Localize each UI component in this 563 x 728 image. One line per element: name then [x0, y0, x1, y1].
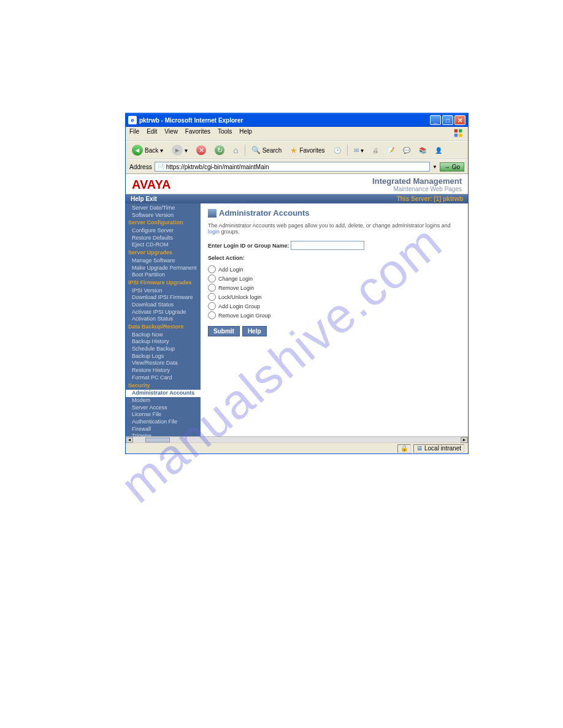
minimize-button[interactable]: _: [430, 115, 441, 125]
sidebar-item[interactable]: Download Status: [126, 301, 201, 309]
messenger-icon: 👤: [435, 147, 442, 154]
menu-help[interactable]: Help: [239, 128, 252, 139]
sidebar-item[interactable]: Modem: [126, 397, 201, 404]
action-radio-row: Lock/Unlock login: [208, 292, 461, 301]
svg-rect-1: [459, 129, 462, 132]
menu-edit[interactable]: Edit: [147, 128, 157, 139]
submit-button[interactable]: Submit: [208, 326, 240, 336]
address-dropdown[interactable]: ▼: [432, 164, 437, 170]
main-panel: Administrator Accounts The Administrator…: [201, 203, 468, 436]
sidebar-item[interactable]: Restore Defaults: [126, 235, 201, 242]
sidebar-scrollbar: ◄ ►: [126, 436, 468, 442]
home-button[interactable]: ⌂: [231, 144, 240, 156]
address-url: https://pktrwb/cgi-bin/maint/maintMain: [166, 164, 269, 170]
sidebar-item[interactable]: Eject CD-ROM: [126, 241, 201, 249]
close-button[interactable]: ✕: [454, 115, 465, 125]
statusbar: 🔒 🖥Local intranet: [126, 442, 468, 453]
sidebar-section[interactable]: Server Upgrades: [126, 249, 201, 257]
maximize-button[interactable]: □: [442, 115, 453, 125]
mail-icon: ✉: [354, 147, 359, 154]
sidebar-item[interactable]: IPSI Version: [126, 287, 201, 295]
discuss-button[interactable]: 💬: [400, 146, 413, 155]
header-subtitle: Maintenance Web Pages: [372, 186, 462, 192]
favorites-button[interactable]: ★Favorites: [288, 145, 327, 156]
action-radio[interactable]: [208, 302, 216, 310]
login-id-input[interactable]: [291, 241, 364, 250]
messenger-button[interactable]: 👤: [432, 146, 445, 155]
print-button[interactable]: 🖨: [370, 146, 381, 155]
sidebar-item[interactable]: License File: [126, 411, 201, 419]
action-radio[interactable]: [208, 293, 216, 301]
sidebar-item[interactable]: Firewall: [126, 426, 201, 433]
sidebar-section[interactable]: IPSI Firmware Upgrades: [126, 279, 201, 287]
sidebar-item[interactable]: Backup Logs: [126, 353, 201, 360]
action-radio[interactable]: [208, 265, 216, 273]
search-button[interactable]: 🔍Search: [249, 145, 285, 156]
sidebar-item[interactable]: Manage Software: [126, 257, 201, 265]
sidebar-item[interactable]: Restore History: [126, 367, 201, 374]
scroll-right-button[interactable]: ►: [461, 437, 468, 443]
sidebar-section[interactable]: Server Configuration: [126, 219, 201, 227]
star-icon: ★: [290, 146, 297, 155]
home-icon: ⌂: [233, 145, 238, 155]
login-id-label: Enter Login ID or Group Name:: [208, 243, 289, 249]
scroll-left-button[interactable]: ◄: [126, 437, 133, 443]
sidebar-item[interactable]: Activate IPSI Upgrade: [126, 309, 201, 316]
sidebar-item[interactable]: Backup History: [126, 338, 201, 346]
sidebar-item[interactable]: Tripwire: [126, 433, 201, 436]
login-link[interactable]: login: [208, 229, 220, 235]
sidebar-section[interactable]: Data Backup/Restore: [126, 323, 201, 332]
header-right: Integrated Management Maintenance Web Pa…: [372, 176, 462, 192]
svg-rect-2: [454, 134, 458, 137]
action-radio-row: Add Login Group: [208, 301, 461, 311]
sidebar-item[interactable]: Server Date/Time: [126, 205, 201, 212]
login-id-field-row: Enter Login ID or Group Name:: [208, 241, 461, 250]
addressbar: Address 📄 https://pktrwb/cgi-bin/maint/m…: [126, 159, 468, 174]
avaya-logo: AVAYA: [132, 178, 170, 192]
scroll-thumb[interactable]: [145, 438, 170, 442]
sidebar-item[interactable]: Authentication File: [126, 419, 201, 426]
research-button[interactable]: 📚: [416, 146, 429, 155]
sidebar-item[interactable]: View/Restore Data: [126, 360, 201, 367]
forward-button[interactable]: ► ▾: [169, 143, 190, 157]
sidebar-item[interactable]: Administrator Accounts: [126, 390, 201, 397]
sidebar-item[interactable]: Server Access: [126, 404, 201, 412]
refresh-button[interactable]: ↻: [212, 144, 227, 156]
sidebar-item[interactable]: Backup Now: [126, 332, 201, 339]
action-radio-row: Remove Login: [208, 283, 461, 292]
edit-button[interactable]: 📝: [385, 146, 397, 155]
action-radio-label: Lock/Unlock login: [218, 294, 262, 300]
separator: [245, 145, 245, 156]
sidebar-item[interactable]: Format PC Card: [126, 374, 201, 382]
help-button[interactable]: Help: [242, 326, 267, 336]
page-header: AVAYA Integrated Management Maintenance …: [126, 174, 468, 194]
action-radio[interactable]: [208, 275, 216, 282]
menu-file[interactable]: File: [129, 128, 139, 139]
sidebar-item[interactable]: Download IPSI Firmware: [126, 294, 201, 301]
menu-favorites[interactable]: Favorites: [185, 128, 210, 139]
sidebar-item[interactable]: Make Upgrade Permanent: [126, 265, 201, 272]
back-icon: ◄: [132, 145, 143, 156]
sidebar-item[interactable]: Activation Status: [126, 316, 201, 323]
action-radio[interactable]: [208, 284, 216, 292]
sidebar-item[interactable]: Schedule Backup: [126, 346, 201, 353]
stop-button[interactable]: ✕: [194, 144, 209, 156]
help-exit-link[interactable]: Help Exit: [131, 195, 157, 202]
mail-button[interactable]: ✉▾: [351, 146, 366, 155]
action-radio[interactable]: [208, 311, 216, 319]
window-controls: _ □ ✕: [430, 115, 465, 125]
address-input[interactable]: 📄 https://pktrwb/cgi-bin/maint/maintMain: [155, 162, 430, 172]
lock-icon: 🔒: [400, 445, 408, 452]
action-radio-row: Remove Login Group: [208, 311, 461, 320]
history-button[interactable]: 🕑: [331, 146, 343, 155]
sidebar-section[interactable]: Security: [126, 382, 201, 390]
panel-title: Administrator Accounts: [208, 208, 461, 218]
go-button[interactable]: → Go: [440, 162, 464, 172]
titlebar-text: pktrwb - Microsoft Internet Explorer: [139, 117, 430, 124]
sidebar-item[interactable]: Software Version: [126, 212, 201, 219]
back-button[interactable]: ◄Back ▾: [129, 143, 166, 157]
sidebar-item[interactable]: Boot Partition: [126, 271, 201, 279]
menu-tools[interactable]: Tools: [218, 128, 232, 139]
menu-view[interactable]: View: [164, 128, 178, 139]
sidebar-item[interactable]: Configure Server: [126, 227, 201, 235]
